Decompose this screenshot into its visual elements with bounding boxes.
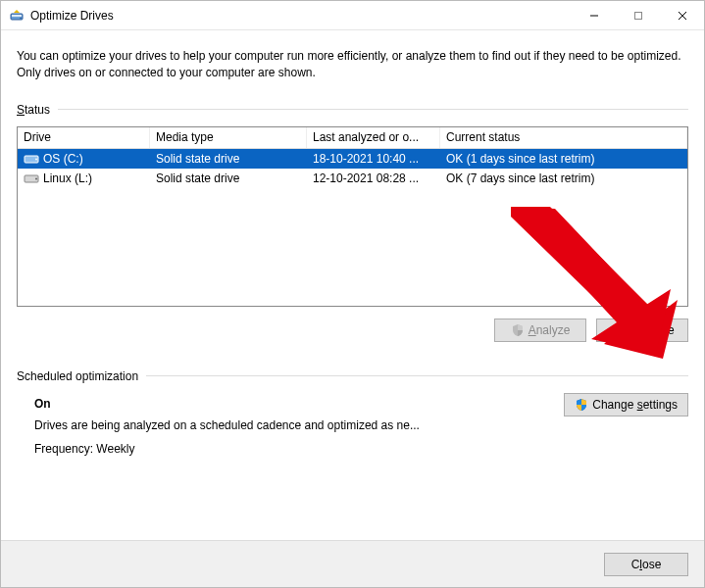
- dialog-footer: Close: [1, 540, 704, 587]
- optimize-drives-window: Optimize Drives You can optimize your dr…: [0, 0, 705, 588]
- status-section-label: Status: [17, 103, 688, 117]
- minimize-button[interactable]: [572, 1, 616, 29]
- minimize-icon: [589, 11, 599, 21]
- titlebar: Optimize Drives: [1, 1, 704, 30]
- drive-row[interactable]: OS (C:) Solid state drive 18-10-2021 10:…: [18, 149, 687, 169]
- drive-last: 18-10-2021 10:40 ...: [307, 152, 440, 166]
- column-header-status[interactable]: Current status: [440, 127, 687, 148]
- scheduled-on-label: On: [34, 397, 564, 411]
- close-window-button[interactable]: [660, 1, 704, 29]
- drive-icon: [24, 153, 39, 165]
- close-button[interactable]: Close: [604, 553, 688, 576]
- svg-rect-4: [634, 12, 641, 19]
- analyze-button[interactable]: Analyze: [494, 318, 586, 342]
- column-header-last[interactable]: Last analyzed or o...: [307, 127, 440, 148]
- shield-icon: [610, 323, 624, 337]
- drive-media: Solid state drive: [150, 172, 307, 185]
- svg-point-10: [35, 177, 37, 179]
- drive-status: OK (7 days since last retrim): [440, 172, 687, 185]
- maximize-icon: [633, 11, 643, 21]
- shield-icon: [575, 398, 588, 412]
- app-icon: [9, 8, 25, 24]
- drives-list-header: Drive Media type Last analyzed or o... C…: [18, 127, 687, 149]
- scheduled-section-label: Scheduled optimization: [17, 369, 688, 383]
- window-controls: [572, 1, 704, 29]
- drive-icon: [24, 172, 39, 184]
- scheduled-description: Drives are being analyzed on a scheduled…: [34, 418, 564, 432]
- window-title: Optimize Drives: [30, 9, 114, 23]
- drives-list[interactable]: Drive Media type Last analyzed or o... C…: [17, 126, 688, 307]
- change-settings-button[interactable]: Change settings: [564, 393, 688, 416]
- drive-status: OK (1 days since last retrim): [440, 152, 687, 166]
- column-header-media[interactable]: Media type: [150, 127, 307, 148]
- shield-icon: [511, 323, 525, 337]
- svg-point-2: [20, 17, 22, 19]
- drive-name: Linux (L:): [43, 172, 92, 185]
- drive-media: Solid state drive: [150, 152, 307, 166]
- close-icon: [678, 11, 687, 21]
- maximize-button[interactable]: [616, 1, 660, 29]
- drive-name: OS (C:): [43, 152, 83, 166]
- description-text: You can optimize your drives to help you…: [17, 48, 688, 81]
- drive-last: 12-10-2021 08:28 ...: [307, 172, 440, 185]
- optimize-button[interactable]: Optimize: [596, 318, 688, 342]
- svg-rect-1: [12, 15, 22, 17]
- drive-row[interactable]: Linux (L:) Solid state drive 12-10-2021 …: [18, 169, 687, 188]
- column-header-drive[interactable]: Drive: [18, 127, 150, 148]
- scheduled-frequency: Frequency: Weekly: [34, 442, 564, 456]
- svg-point-8: [35, 158, 37, 160]
